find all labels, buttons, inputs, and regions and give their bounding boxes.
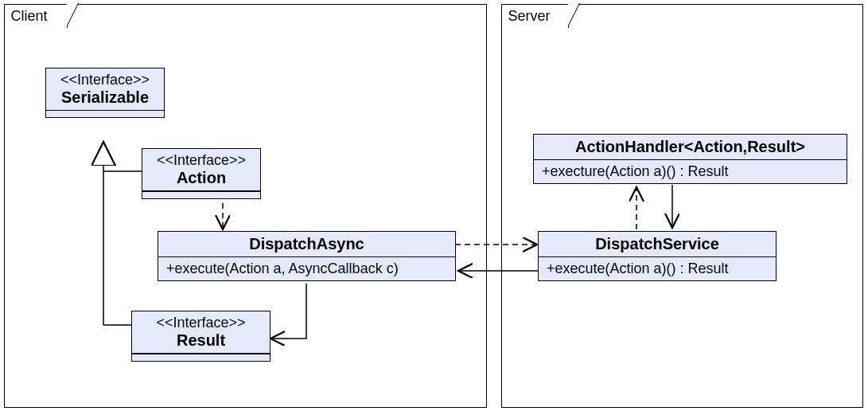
class-dispatchasync: DispatchAsync +execute(Action a, AsyncCa… (158, 231, 456, 281)
package-server-body (502, 27, 862, 407)
class-result: <<Interface>> Result (131, 311, 271, 362)
uml-diagram: DispatchService (dashed, open arrow) -->… (0, 0, 868, 415)
action-stereotype: <<Interface>> (150, 152, 252, 169)
result-members (132, 354, 270, 361)
dispatchservice-member-0: +execute(Action a)() : Result (547, 260, 768, 277)
dispatchasync-name: DispatchAsync (166, 235, 447, 253)
package-client-label: Client (11, 8, 48, 25)
actionhandler-name: ActionHandler<Action,Result> (542, 138, 839, 156)
action-members (142, 191, 260, 198)
dispatchasync-member-0: +execute(Action a, AsyncCallback c) (166, 260, 447, 277)
class-actionhandler: ActionHandler<Action,Result> +execture(A… (533, 134, 847, 184)
result-name: Result (140, 331, 262, 350)
class-action: <<Interface>> Action (142, 148, 261, 199)
class-serializable: <<Interface>> Serializable (45, 68, 165, 118)
package-server: Server (501, 4, 863, 408)
class-dispatchservice: DispatchService +execute(Action a)() : R… (538, 231, 777, 281)
action-name: Action (150, 169, 252, 187)
package-server-tab: Server (501, 4, 569, 28)
dispatchservice-name: DispatchService (547, 235, 768, 253)
serializable-name: Serializable (54, 88, 156, 107)
serializable-members (46, 111, 164, 117)
package-server-label: Server (508, 8, 551, 25)
result-stereotype: <<Interface>> (140, 315, 262, 331)
actionhandler-member-0: +execture(Action a)() : Result (542, 163, 839, 180)
package-client-tab: Client (4, 4, 68, 28)
serializable-stereotype: <<Interface>> (54, 72, 156, 88)
